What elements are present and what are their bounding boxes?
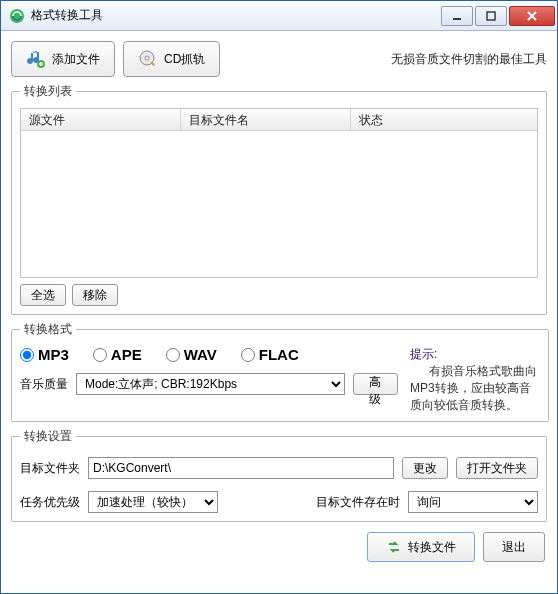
convert-label: 转换文件	[408, 539, 456, 556]
music-add-icon	[26, 49, 46, 69]
close-button[interactable]	[509, 6, 555, 26]
hint-title: 提示:	[410, 346, 540, 363]
radio-flac[interactable]: FLAC	[241, 346, 299, 363]
list-fieldset: 转换列表 源文件 目标文件名 状态 全选 移除	[11, 83, 547, 315]
radio-wav[interactable]: WAV	[166, 346, 217, 363]
radio-ape-label: APE	[111, 346, 142, 363]
convert-button[interactable]: 转换文件	[367, 532, 475, 562]
radio-flac-input[interactable]	[241, 348, 255, 362]
svg-point-5	[145, 56, 149, 60]
radio-wav-label: WAV	[184, 346, 217, 363]
priority-select[interactable]: 加速处理（较快）	[88, 491, 218, 513]
toolbar: 添加文件 CD抓轨 无损音质文件切割的最佳工具	[11, 41, 547, 77]
open-folder-button[interactable]: 打开文件夹	[456, 457, 538, 479]
table-header: 源文件 目标文件名 状态	[21, 109, 537, 131]
cd-grab-button[interactable]: CD抓轨	[123, 41, 220, 77]
file-table[interactable]: 源文件 目标文件名 状态	[20, 108, 538, 278]
exit-button[interactable]: 退出	[483, 532, 545, 562]
settings-legend: 转换设置	[20, 428, 76, 445]
col-source[interactable]: 源文件	[21, 109, 181, 130]
exists-select[interactable]: 询问	[408, 491, 538, 513]
col-target[interactable]: 目标文件名	[181, 109, 351, 130]
maximize-button[interactable]	[475, 6, 507, 26]
target-folder-label: 目标文件夹	[20, 460, 80, 477]
change-button[interactable]: 更改	[402, 457, 448, 479]
hint-box: 提示: 有损音乐格式歌曲向MP3转换，应由较高音质向较低音质转换。	[410, 346, 540, 413]
slogan-text: 无损音质文件切割的最佳工具	[391, 51, 547, 68]
radio-flac-label: FLAC	[259, 346, 299, 363]
app-icon	[9, 8, 25, 24]
cd-grab-label: CD抓轨	[164, 51, 205, 68]
convert-icon	[386, 539, 402, 555]
svg-point-0	[10, 9, 24, 23]
window-controls	[441, 6, 555, 26]
format-legend: 转换格式	[20, 321, 76, 338]
quality-label: 音乐质量	[20, 376, 68, 393]
minimize-icon	[452, 11, 462, 21]
remove-button[interactable]: 移除	[72, 284, 118, 306]
window-title: 格式转换工具	[31, 7, 441, 24]
add-file-label: 添加文件	[52, 51, 100, 68]
svg-rect-1	[453, 18, 461, 20]
target-folder-input[interactable]	[88, 457, 394, 479]
exists-label: 目标文件存在时	[316, 494, 400, 511]
format-fieldset: 转换格式 MP3 APE WAV	[11, 321, 549, 422]
col-status[interactable]: 状态	[351, 109, 537, 130]
radio-mp3-label: MP3	[38, 346, 69, 363]
radio-ape-input[interactable]	[93, 348, 107, 362]
radio-mp3[interactable]: MP3	[20, 346, 69, 363]
cd-icon	[138, 49, 158, 69]
quality-select[interactable]: Mode:立体声; CBR:192Kbps	[76, 373, 345, 395]
add-file-button[interactable]: 添加文件	[11, 41, 115, 77]
priority-label: 任务优先级	[20, 494, 80, 511]
select-all-button[interactable]: 全选	[20, 284, 66, 306]
maximize-icon	[486, 11, 496, 21]
content-area: 添加文件 CD抓轨 无损音质文件切割的最佳工具 转换列表 源文件 目标文件名 状…	[1, 31, 557, 593]
format-radio-group: MP3 APE WAV FLAC	[20, 346, 398, 363]
app-window: 格式转换工具 添加文件 C	[0, 0, 558, 594]
list-legend: 转换列表	[20, 83, 76, 100]
advanced-button[interactable]: 高级	[353, 373, 398, 395]
hint-body: 有损音乐格式歌曲向MP3转换，应由较高音质向较低音质转换。	[410, 363, 540, 413]
close-icon	[526, 11, 538, 21]
radio-mp3-input[interactable]	[20, 348, 34, 362]
radio-ape[interactable]: APE	[93, 346, 142, 363]
bottom-bar: 转换文件 退出	[11, 528, 547, 564]
radio-wav-input[interactable]	[166, 348, 180, 362]
settings-fieldset: 转换设置 目标文件夹 更改 打开文件夹 任务优先级 加速处理（较快） 目标文件存…	[11, 428, 547, 522]
svg-rect-2	[487, 12, 495, 20]
minimize-button[interactable]	[441, 6, 473, 26]
titlebar: 格式转换工具	[1, 1, 557, 31]
